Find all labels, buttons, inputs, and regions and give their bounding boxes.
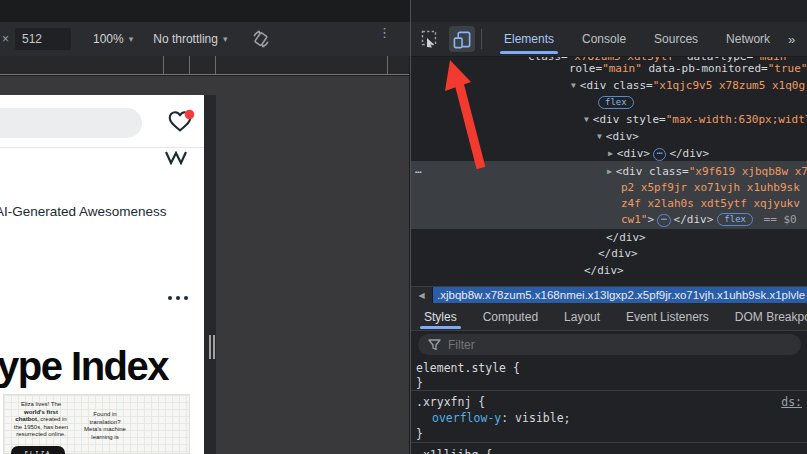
- viewport-height-input[interactable]: [15, 28, 71, 50]
- styles-filter-input[interactable]: [448, 338, 768, 352]
- page-divider: [0, 147, 204, 148]
- code-line[interactable]: </div>: [606, 230, 646, 246]
- code-line[interactable]: z4f x2lah0s xdt5ytf xqjyukv x: [621, 196, 807, 212]
- throttling-value: No throttling: [153, 32, 218, 46]
- tree-expand-arrow[interactable]: ▼: [597, 132, 602, 141]
- code-line[interactable]: flex: [594, 95, 638, 111]
- tree-expand-arrow[interactable]: ▶: [607, 167, 612, 176]
- device-emulation-area: × 100% ▾ No throttling ▾: [0, 0, 410, 454]
- styles-tab-dom-breakpoints[interactable]: DOM Breakpoints: [722, 303, 807, 330]
- flex-badge[interactable]: flex: [717, 213, 753, 226]
- rule-separator: [411, 390, 807, 391]
- inline-ellipsis-badge[interactable]: ⋯: [653, 148, 666, 161]
- styles-filter-pill[interactable]: [418, 334, 801, 355]
- device-toolbar-icon: [453, 30, 472, 49]
- code-line[interactable]: ▶<div>⋯</div>: [608, 146, 709, 162]
- more-options-button[interactable]: [168, 296, 188, 300]
- inspect-cursor-icon: [421, 30, 439, 48]
- styles-rules-pane: element.style { } .xryxfnj { ds: overflo…: [411, 358, 807, 454]
- eliza-button[interactable]: ELIZA: [11, 446, 65, 454]
- rotate-icon: [251, 29, 271, 49]
- code-line[interactable]: </div>: [598, 246, 638, 262]
- code-line[interactable]: ▼<div>: [597, 129, 639, 145]
- tab-elements[interactable]: Elements: [490, 22, 568, 56]
- zoom-dropdown[interactable]: 100% ▾: [93, 32, 133, 46]
- dimension-times-label: ×: [2, 32, 9, 46]
- device-toolbar: × 100% ▾ No throttling ▾: [0, 22, 410, 56]
- code-line[interactable]: p2 x5pf9jr xo71vjh x1uhb9sk x: [621, 180, 807, 196]
- code-line[interactable]: </div>: [584, 263, 624, 279]
- css-brace: }: [416, 427, 423, 442]
- breadcrumb-selected-item[interactable]: .xjbqb8w.x78zum5.x168nmei.x13lgxp2.x5pf9…: [433, 287, 807, 303]
- browser-window: × 100% ▾ No throttling ▾: [0, 0, 807, 454]
- tree-expand-arrow[interactable]: ▶: [608, 149, 613, 158]
- code-line[interactable]: ▼<div style="max-width:630px;widtl: [584, 112, 807, 128]
- css-rule-element-style[interactable]: element.style {: [416, 361, 520, 376]
- emulated-page: AI-Generated Awesomeness ype Index Eliza…: [0, 95, 204, 454]
- devtools-main-toolbar: ElementsConsoleSourcesNetwork »: [411, 22, 807, 57]
- more-tabs-button[interactable]: »: [784, 32, 799, 47]
- media-query-tick: [215, 56, 216, 74]
- tab-sources[interactable]: Sources: [640, 22, 712, 56]
- card-left-text: Eliza lives! Theworld's firstchatbot, cr…: [12, 401, 70, 439]
- bookmark-zigzag-icon[interactable]: [165, 151, 187, 165]
- css-source-link[interactable]: ds:: [781, 395, 802, 410]
- device-toolbar-menu-button[interactable]: ⋮: [378, 30, 390, 36]
- content-card: Eliza lives! Theworld's firstchatbot, cr…: [3, 394, 190, 454]
- toggle-device-toolbar-button[interactable]: [449, 26, 475, 52]
- code-line[interactable]: ▶<div class="x9f619 xjbqb8w x7: [607, 164, 807, 180]
- page-tagline: AI-Generated Awesomeness: [0, 204, 204, 219]
- zoom-value: 100%: [93, 32, 124, 46]
- styles-tab-computed[interactable]: Computed: [470, 303, 551, 330]
- tree-expand-arrow[interactable]: ▼: [571, 81, 576, 90]
- styles-tab-layout[interactable]: Layout: [551, 303, 613, 330]
- rule-separator: [411, 442, 807, 443]
- media-query-tick: [387, 56, 388, 74]
- code-line[interactable]: ▼<div class="x1qjc9v5 x78zum5 x1q0g: [571, 78, 805, 94]
- search-input[interactable]: [0, 108, 142, 138]
- device-mode-canvas: AI-Generated Awesomeness ype Index Eliza…: [0, 76, 409, 454]
- viewport-resize-handle[interactable]: [208, 335, 218, 361]
- page-scrollbar-track[interactable]: [204, 95, 216, 454]
- styles-tab-event-listeners[interactable]: Event Listeners: [613, 303, 722, 330]
- styles-filter-row: [411, 331, 807, 358]
- chevron-down-icon: ▾: [223, 34, 228, 44]
- styles-tab-styles[interactable]: Styles: [411, 303, 470, 330]
- inline-ellipsis-badge[interactable]: ⋯: [657, 214, 670, 227]
- css-rule-clipped: .x1lliihq {: [416, 448, 492, 454]
- css-brace: }: [416, 376, 423, 391]
- css-declaration[interactable]: overflow-y: visible;: [432, 411, 571, 426]
- styles-sidebar-tabs: StylesComputedLayoutEvent ListenersDOM B…: [411, 303, 807, 331]
- toolbar-separator: [481, 29, 482, 49]
- breadcrumb-scroll-left-button[interactable]: ◀: [411, 287, 433, 303]
- card-right-text: Found intranslation?Meta's machinelearni…: [76, 411, 134, 441]
- inspect-element-button[interactable]: [417, 26, 443, 52]
- chevron-down-icon: ▾: [129, 34, 134, 44]
- overflow-dots: …: [415, 163, 422, 176]
- tab-network[interactable]: Network: [712, 22, 784, 56]
- devtools-panel: ElementsConsoleSourcesNetwork » … class=…: [410, 0, 807, 454]
- rotate-viewport-button[interactable]: [249, 27, 273, 51]
- devtools-tabs: ElementsConsoleSourcesNetwork: [490, 22, 784, 56]
- element-breadcrumbs: ◀ .xjbqb8w.x78zum5.x168nmei.x13lgxp2.x5p…: [411, 286, 807, 303]
- page-heading: ype Index: [0, 344, 168, 389]
- notification-dot: [185, 110, 195, 120]
- media-query-bar[interactable]: [0, 56, 409, 75]
- code-line[interactable]: role="main" data-pb-monitored="true": [569, 61, 807, 77]
- flex-badge[interactable]: flex: [598, 96, 634, 109]
- filter-funnel-icon: [428, 339, 441, 351]
- likes-button[interactable]: [163, 108, 197, 140]
- media-query-tick: [163, 56, 164, 74]
- tree-expand-arrow[interactable]: ▼: [584, 115, 589, 124]
- media-query-tick: [189, 56, 190, 74]
- elements-tree: … class="x78zum5 xdt5ytf" data-type="mai…: [411, 57, 807, 286]
- throttling-dropdown[interactable]: No throttling ▾: [153, 32, 227, 46]
- tab-console[interactable]: Console: [568, 22, 640, 56]
- code-line[interactable]: cw1">⋯</div>flex == $0: [621, 212, 797, 228]
- css-rule-xryxfnj[interactable]: .xryxfnj { ds:: [416, 395, 806, 410]
